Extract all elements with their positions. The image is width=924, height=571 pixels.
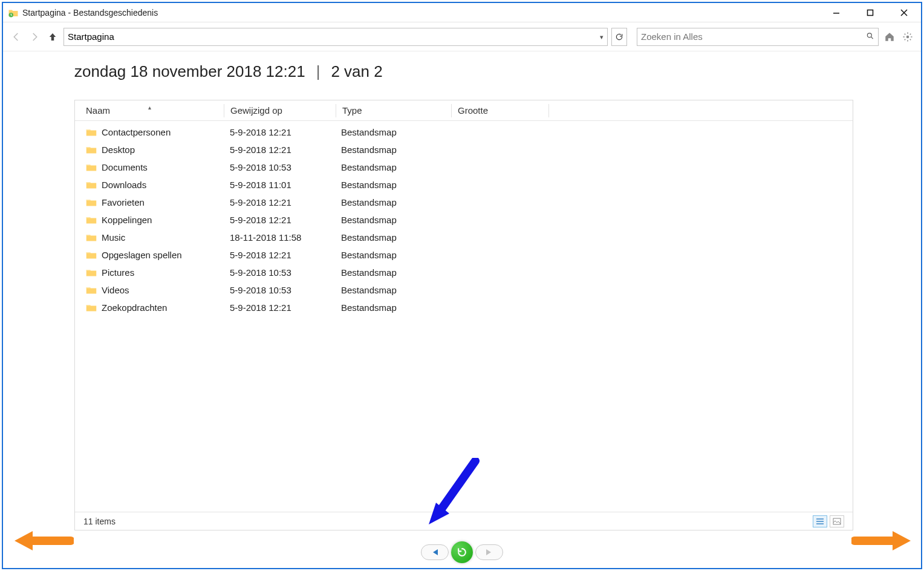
column-headers: ▴ Naam Gewijzigd op Type Grootte	[75, 100, 853, 121]
file-modified: 18-11-2018 11:58	[224, 232, 335, 243]
table-row[interactable]: Contactpersonen 5-9-2018 12:21 Bestandsm…	[75, 123, 853, 141]
snapshot-datetime: zondag 18 november 2018 12:21	[74, 62, 305, 81]
file-modified: 5-9-2018 12:21	[224, 197, 335, 207]
folder-icon	[86, 180, 97, 190]
settings-icon[interactable]	[900, 30, 915, 44]
refresh-button[interactable]	[611, 28, 627, 46]
home-icon[interactable]	[882, 30, 897, 44]
file-type: Bestandsmap	[335, 180, 450, 190]
file-modified: 5-9-2018 12:21	[224, 145, 335, 155]
file-name: Documents	[102, 162, 148, 172]
view-details-button[interactable]	[813, 515, 827, 527]
table-row[interactable]: Documents 5-9-2018 10:53 Bestandsmap	[75, 158, 853, 176]
table-row[interactable]: Music 18-11-2018 11:58 Bestandsmap	[75, 229, 853, 246]
snapshot-position: 2 van 2	[331, 62, 382, 81]
minimize-button[interactable]	[819, 3, 853, 22]
search-placeholder: Zoeken in Alles	[641, 31, 703, 42]
file-type: Bestandsmap	[335, 302, 450, 313]
back-button[interactable]	[9, 30, 24, 44]
folder-icon	[86, 163, 97, 172]
heading-separator: |	[316, 62, 320, 81]
file-name: Videos	[102, 285, 129, 295]
history-controls	[3, 537, 921, 568]
folder-icon	[86, 303, 97, 313]
file-modified: 5-9-2018 11:01	[224, 180, 335, 190]
folder-icon	[86, 250, 97, 260]
column-size-label: Grootte	[458, 105, 488, 116]
file-type: Bestandsmap	[335, 145, 450, 155]
file-modified: 5-9-2018 12:21	[224, 215, 335, 225]
address-text: Startpagina	[68, 31, 114, 42]
file-type: Bestandsmap	[335, 250, 450, 260]
close-button[interactable]	[887, 3, 921, 22]
table-row[interactable]: Downloads 5-9-2018 11:01 Bestandsmap	[75, 176, 853, 194]
file-rows: Contactpersonen 5-9-2018 12:21 Bestandsm…	[75, 121, 853, 512]
column-name[interactable]: ▴ Naam	[75, 105, 224, 116]
column-modified[interactable]: Gewijzigd op	[224, 105, 336, 116]
file-type: Bestandsmap	[335, 162, 450, 172]
view-thumbnails-button[interactable]	[830, 515, 844, 527]
forward-button[interactable]	[27, 30, 42, 44]
file-name: Opgeslagen spellen	[102, 250, 182, 260]
file-modified: 5-9-2018 10:53	[224, 267, 335, 278]
maximize-button[interactable]	[853, 3, 887, 22]
column-type-label: Type	[342, 105, 362, 116]
window-title: Startpagina - Bestandsgeschiedenis	[22, 8, 158, 18]
up-button[interactable]	[45, 30, 60, 44]
previous-version-button[interactable]	[421, 544, 449, 560]
file-type: Bestandsmap	[335, 267, 450, 278]
file-name: Downloads	[102, 180, 146, 190]
table-row[interactable]: Zoekopdrachten 5-9-2018 12:21 Bestandsma…	[75, 299, 853, 316]
folder-icon	[86, 215, 97, 225]
table-row[interactable]: Koppelingen 5-9-2018 12:21 Bestandsmap	[75, 211, 853, 229]
column-size[interactable]: Grootte	[452, 105, 548, 116]
table-row[interactable]: Favorieten 5-9-2018 12:21 Bestandsmap	[75, 194, 853, 211]
column-separator	[548, 104, 549, 117]
file-type: Bestandsmap	[335, 127, 450, 137]
svg-rect-1	[833, 13, 839, 14]
file-name: Pictures	[102, 267, 134, 278]
folder-icon	[86, 198, 97, 207]
item-count: 11 items	[83, 517, 116, 526]
sort-ascending-icon: ▴	[148, 104, 151, 111]
file-list-panel: ▴ Naam Gewijzigd op Type Grootte Contact…	[74, 100, 853, 530]
column-modified-label: Gewijzigd op	[230, 105, 282, 116]
search-input[interactable]: Zoeken in Alles	[637, 28, 879, 46]
folder-icon	[86, 268, 97, 278]
file-type: Bestandsmap	[335, 285, 450, 295]
svg-point-4	[906, 35, 909, 38]
status-bar: 11 items	[75, 512, 853, 530]
file-modified: 5-9-2018 12:21	[224, 250, 335, 260]
content-area: zondag 18 november 2018 12:21 | 2 van 2 …	[3, 51, 921, 568]
folder-icon	[86, 233, 97, 243]
address-bar[interactable]: Startpagina ▾	[63, 28, 608, 46]
file-modified: 5-9-2018 12:21	[224, 302, 335, 313]
table-row[interactable]: Pictures 5-9-2018 10:53 Bestandsmap	[75, 264, 853, 281]
file-name: Contactpersonen	[102, 127, 171, 137]
file-name: Koppelingen	[102, 215, 152, 225]
file-type: Bestandsmap	[335, 197, 450, 207]
folder-history-icon	[8, 7, 19, 18]
column-type[interactable]: Type	[336, 105, 451, 116]
navigation-toolbar: Startpagina ▾ Zoeken in Alles	[3, 22, 921, 51]
file-modified: 5-9-2018 12:21	[224, 127, 335, 137]
snapshot-heading: zondag 18 november 2018 12:21 | 2 van 2	[3, 51, 921, 90]
address-dropdown-icon[interactable]: ▾	[600, 33, 604, 41]
file-type: Bestandsmap	[335, 215, 450, 225]
file-name: Music	[102, 232, 125, 243]
file-type: Bestandsmap	[335, 232, 450, 243]
file-modified: 5-9-2018 10:53	[224, 285, 335, 295]
folder-icon	[86, 128, 97, 137]
file-name: Desktop	[102, 145, 135, 155]
table-row[interactable]: Desktop 5-9-2018 12:21 Bestandsmap	[75, 141, 853, 158]
restore-button[interactable]	[451, 541, 473, 563]
column-name-label: Naam	[86, 105, 110, 116]
titlebar: Startpagina - Bestandsgeschiedenis	[3, 3, 921, 22]
next-version-button[interactable]	[475, 544, 503, 560]
folder-icon	[86, 286, 97, 295]
table-row[interactable]: Videos 5-9-2018 10:53 Bestandsmap	[75, 281, 853, 299]
file-name: Favorieten	[102, 197, 145, 207]
table-row[interactable]: Opgeslagen spellen 5-9-2018 12:21 Bestan…	[75, 246, 853, 264]
file-name: Zoekopdrachten	[102, 302, 167, 313]
file-history-window: Startpagina - Bestandsgeschiedenis Start…	[2, 2, 922, 569]
